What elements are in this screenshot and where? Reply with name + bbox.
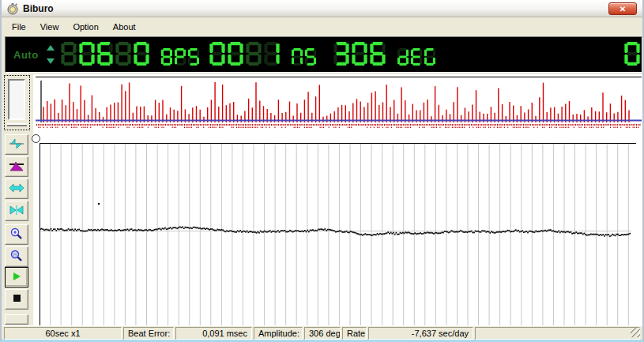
compress-horizontal-button[interactable] <box>5 201 28 221</box>
gain-slider[interactable] <box>4 75 30 130</box>
led-group-beats-per-second <box>61 42 201 66</box>
led-unit-label <box>161 48 201 66</box>
led-digit <box>292 48 303 66</box>
play-icon <box>9 270 24 285</box>
amplitude-button[interactable] <box>5 156 28 177</box>
led-digit <box>352 42 367 66</box>
led-digit <box>161 48 172 66</box>
rate-up-button[interactable] <box>47 45 55 51</box>
expand-horizontal-button[interactable] <box>5 179 28 199</box>
compress-horizontal-icon <box>9 204 24 219</box>
led-group-right-counter <box>624 42 642 66</box>
zoom-out-icon <box>9 250 24 265</box>
menu-item-file[interactable]: File <box>5 21 33 33</box>
zoom-in-icon <box>9 227 24 242</box>
rate-trace-plot <box>33 133 644 325</box>
tick-waveform-panel <box>33 74 644 133</box>
waveform-icon <box>9 137 24 152</box>
status-bar: 60sec x1Beat Error:0,091 msecAmplitude:3… <box>2 325 642 340</box>
rate-down-button[interactable] <box>47 58 55 64</box>
led-digit <box>397 48 409 66</box>
led-digit <box>79 42 95 66</box>
app-icon <box>6 2 19 15</box>
led-group-amplitude-deg <box>333 42 438 66</box>
led-digit <box>61 42 77 66</box>
status-panel-amplitude-label: Amplitude: <box>254 327 303 340</box>
zoom-out-button[interactable] <box>5 246 28 267</box>
close-button[interactable]: ✕ <box>608 2 637 15</box>
auto-mode-label: Auto <box>13 49 39 61</box>
status-panel-rate-value: -7,637 sec/day <box>368 327 473 340</box>
menu-item-about[interactable]: About <box>106 21 143 33</box>
resize-grip[interactable] <box>631 328 640 337</box>
amplitude-icon <box>9 160 24 175</box>
led-digit <box>134 42 149 66</box>
led-digit <box>411 48 422 66</box>
led-digit <box>97 42 113 66</box>
status-panel-timebase: 60sec x1 <box>4 327 122 340</box>
status-panel-beat-error-value: 0,091 msec <box>175 327 252 340</box>
status-panel-amplitude-value: 306 deg <box>304 327 341 340</box>
menu-item-option[interactable]: Option <box>66 21 105 33</box>
led-digit <box>264 42 280 66</box>
led-digit <box>333 42 349 66</box>
led-group-beat-error-ms <box>209 42 318 66</box>
led-unit-label <box>292 48 318 66</box>
zoom-in-button[interactable] <box>5 224 28 245</box>
trace-start-marker[interactable] <box>32 134 40 143</box>
title-bar[interactable]: Biburo ✕ <box>2 0 642 17</box>
led-digit <box>175 48 186 66</box>
rate-trace-chart <box>33 133 644 325</box>
led-digit <box>424 48 435 66</box>
tick-waveform-plot <box>33 74 644 133</box>
menu-bar: FileViewOptionAbout <box>2 18 642 35</box>
gain-slider-thumb[interactable] <box>7 123 27 126</box>
app-window: Biburo ✕ FileViewOptionAbout Auto 60sec … <box>0 0 644 342</box>
led-display-panel: Auto <box>5 36 642 73</box>
led-digit <box>370 42 386 66</box>
toolbar <box>2 133 32 325</box>
window-title: Biburo <box>23 3 54 14</box>
stop-button[interactable] <box>5 289 28 310</box>
led-digit <box>305 48 316 66</box>
waveform-button[interactable] <box>5 134 28 155</box>
led-digit <box>188 48 199 66</box>
gain-slider-track[interactable] <box>8 79 25 120</box>
led-digit <box>209 42 225 66</box>
expand-horizontal-icon <box>9 182 24 197</box>
led-unit-label <box>397 48 438 66</box>
led-digit <box>115 42 131 66</box>
play-button[interactable] <box>5 267 28 288</box>
led-digit <box>624 42 640 66</box>
partial-toolbar-button[interactable] <box>5 314 28 325</box>
menu-item-view[interactable]: View <box>33 21 66 33</box>
stop-icon <box>9 292 24 307</box>
status-panel-spacer <box>475 327 640 340</box>
led-digit <box>246 42 262 66</box>
status-panel-beat-error-label: Beat Error: <box>123 327 174 340</box>
status-panel-rate-label: Rate: <box>342 327 367 340</box>
led-digit <box>228 42 243 66</box>
